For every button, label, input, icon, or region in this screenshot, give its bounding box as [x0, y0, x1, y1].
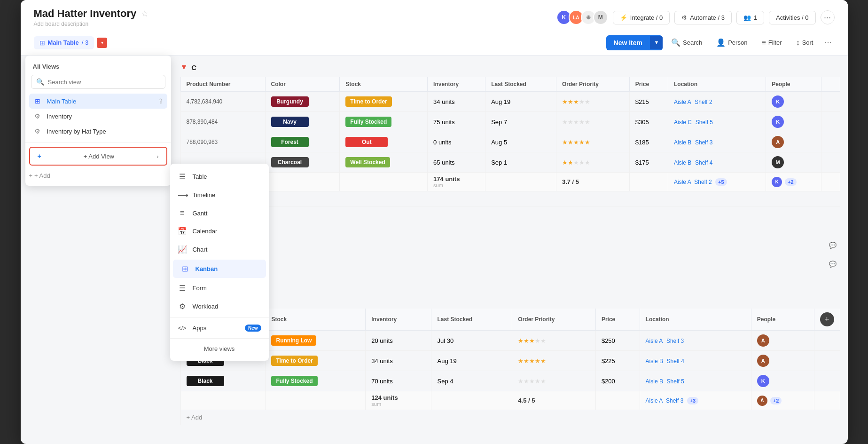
members-button[interactable]: 👥 1 — [736, 11, 764, 24]
cell-last-stocked: Aug 19 — [431, 351, 512, 371]
location-aisle[interactable]: Aisle B — [646, 358, 663, 365]
sidebar-item-jack[interactable]: Jack - 8" — [184, 273, 840, 292]
integrate-button[interactable]: ⚡ Integrate / 0 — [613, 11, 670, 24]
submenu-form-icon: ☰ — [178, 284, 187, 293]
summary-shelf-2[interactable]: Shelf 3 — [666, 397, 683, 404]
group-top-hat-header: ▼ Top Hat — [180, 218, 840, 234]
cell-stock: Time to Order — [340, 92, 428, 112]
location-aisle[interactable]: Aisle B — [646, 378, 663, 385]
filter-action[interactable]: ≡ Filter — [756, 36, 787, 50]
main-table-share-icon[interactable]: ⇪ — [158, 97, 164, 105]
submenu-chart-label: Chart — [193, 246, 208, 253]
sidebar-add-button[interactable]: + + Add — [25, 169, 171, 182]
view-dropdown-arrow[interactable]: ▾ — [97, 38, 107, 48]
location-shelf[interactable]: Shelf 3 — [695, 139, 712, 146]
cell-stock: Out — [340, 132, 428, 152]
location-aisle[interactable]: Aisle B — [674, 139, 691, 146]
add-column-button[interactable]: + — [820, 312, 834, 326]
location-aisle[interactable]: Aisle A — [646, 338, 663, 344]
automate-button[interactable]: ⚙ Automate / 3 — [674, 11, 732, 24]
submenu-form[interactable]: ☰ Form — [170, 279, 269, 297]
search-action[interactable]: 🔍 Search — [665, 35, 708, 50]
view-item-main-table[interactable]: ⊞ Main Table ⇪ — [29, 94, 167, 109]
person-icon: 👤 — [716, 38, 726, 47]
cell-add — [814, 331, 840, 351]
toolbar-more-button[interactable]: ··· — [821, 35, 834, 50]
location-aisle[interactable]: Aisle B — [674, 159, 691, 166]
view-item-inventory-by-hat[interactable]: ⚙ Inventory by Hat Type — [25, 124, 171, 139]
person-avatar: A — [757, 334, 769, 347]
submenu-workload-icon: ⚙ — [178, 302, 187, 311]
star-icon[interactable]: ☆ — [141, 8, 149, 19]
person-label: Person — [728, 39, 747, 46]
sidebar-item-marvin[interactable]: Marvin - 10" 💬 — [184, 254, 840, 273]
submenu-gantt-label: Gantt — [193, 210, 208, 217]
location-shelf[interactable]: Shelf 3 — [666, 338, 684, 344]
header: Mad Hatter Inventory ☆ Add board descrip… — [21, 0, 848, 56]
summary-empty — [485, 173, 556, 191]
col-order-priority: Order Priority — [556, 77, 629, 92]
submenu-gantt[interactable]: ≡ Gantt — [170, 204, 269, 222]
more-views-link[interactable]: More views — [170, 341, 269, 357]
cell-add — [821, 132, 840, 152]
summary-location: Aisle A Shelf 2 +5 — [668, 173, 766, 191]
cell-product-number: 788,090,983 — [180, 132, 265, 152]
location-shelf[interactable]: Shelf 5 — [667, 378, 684, 385]
sidebar-top-hat-add[interactable]: + + Add — [184, 292, 840, 305]
add-item-row-2[interactable]: + Add — [180, 410, 840, 425]
location-shelf[interactable]: Shelf 4 — [667, 358, 684, 365]
summary-row-2: 124 units sum 4.5 / 5 Aisle A Shelf 3 — [180, 391, 840, 410]
activities-button[interactable]: Activities / 0 — [769, 11, 815, 24]
header-more-button[interactable]: ··· — [821, 10, 835, 24]
cell-inventory: 75 units — [428, 112, 485, 132]
sort-action[interactable]: ↕ Sort — [790, 36, 819, 50]
main-table-tab[interactable]: ⊞ Main Table / 3 — [34, 36, 94, 49]
submenu-kanban[interactable]: ⊞ Kanban — [173, 260, 266, 278]
add-view-button[interactable]: + + Add View › — [29, 147, 167, 166]
app-window: Mad Hatter Inventory ☆ Add board descrip… — [21, 0, 848, 444]
submenu-chart[interactable]: 📈 Chart — [170, 240, 269, 259]
members-label: 1 — [754, 14, 757, 21]
toolbar-row: ⊞ Main Table / 3 ▾ New Item ▾ 🔍 Search 👤… — [34, 30, 835, 55]
cell-add — [814, 371, 840, 391]
location-aisle[interactable]: Aisle A — [674, 99, 691, 105]
new-item-arrow[interactable]: ▾ — [650, 36, 663, 49]
new-item-button[interactable]: New Item ▾ — [606, 35, 663, 50]
apps-new-badge: New — [245, 325, 261, 332]
submenu-chart-icon: 📈 — [178, 245, 187, 254]
group-top-hat: ▼ Top Hat Frederich - 13" 💬 Marvin - 10"… — [180, 218, 840, 425]
summary-aisle-2[interactable]: Aisle A — [646, 397, 663, 404]
person-action[interactable]: 👤 Person — [711, 35, 753, 50]
location-aisle[interactable]: Aisle C — [674, 119, 692, 126]
group-c-header: ▼ C — [180, 59, 840, 75]
summary-aisle[interactable]: Aisle A — [674, 179, 691, 185]
summary-shelf[interactable]: Shelf 2 — [694, 179, 712, 185]
search-icon: 🔍 — [671, 38, 680, 47]
submenu-table[interactable]: ☰ Table — [170, 167, 269, 186]
cell-location: Aisle A Shelf 3 — [640, 331, 751, 351]
views-search-input[interactable] — [48, 79, 160, 86]
view-item-inventory-hat-label: Inventory by Hat Type — [47, 128, 164, 135]
add-item-row[interactable]: + Add — [180, 191, 840, 206]
cell-location: Aisle C Shelf 5 — [668, 112, 766, 132]
cell-price: $215 — [629, 92, 668, 112]
cell-inventory: 70 units — [366, 371, 431, 391]
views-search-box[interactable]: 🔍 — [31, 75, 165, 89]
summary-people: K +2 — [766, 173, 821, 191]
submenu-calendar[interactable]: 📅 Calendar — [170, 222, 269, 240]
view-tab-label: Main Table — [48, 39, 79, 46]
add-item-cell-2[interactable]: + Add — [180, 410, 840, 425]
group-c-collapse-icon[interactable]: ▼ — [180, 63, 188, 71]
submenu-timeline[interactable]: ⟶ Timeline — [170, 186, 269, 204]
view-item-inventory[interactable]: ⚙ Inventory — [25, 109, 171, 124]
location-shelf[interactable]: Shelf 2 — [695, 99, 712, 105]
sidebar-item-frederich[interactable]: Frederich - 13" 💬 — [184, 236, 840, 254]
submenu-workload[interactable]: ⚙ Workload — [170, 297, 269, 316]
location-shelf[interactable]: Shelf 5 — [696, 119, 713, 126]
submenu-apps[interactable]: </> Apps New — [170, 320, 269, 336]
board-description[interactable]: Add board description — [34, 21, 149, 27]
add-item-cell[interactable]: + Add — [180, 191, 840, 206]
location-shelf[interactable]: Shelf 4 — [695, 159, 712, 166]
summary-empty — [629, 173, 668, 191]
inventory-hat-icon: ⚙ — [33, 127, 42, 135]
